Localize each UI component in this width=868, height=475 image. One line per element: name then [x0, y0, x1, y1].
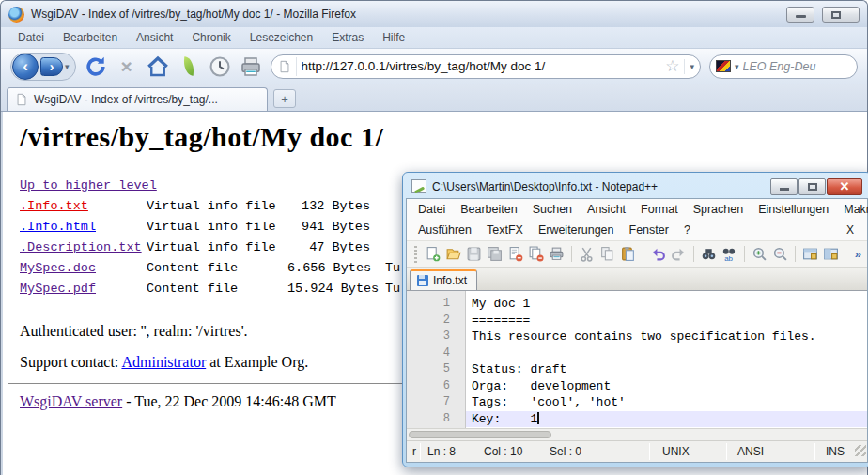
- line-number: 8: [407, 411, 450, 428]
- line-text[interactable]: Tags: 'cool', 'hot': [466, 394, 867, 411]
- administrator-link[interactable]: Administrator: [121, 354, 206, 370]
- menubar-close-button[interactable]: X: [837, 223, 863, 237]
- resize-grip[interactable]: [855, 445, 866, 456]
- minimize-button[interactable]: [786, 7, 814, 23]
- menu-bearbeiten[interactable]: Bearbeiten: [55, 29, 125, 46]
- line-text[interactable]: Orga: development: [466, 378, 867, 395]
- sync-vertical-icon: [802, 246, 818, 262]
- status-separator: [814, 443, 815, 460]
- menu-bearbeiten[interactable]: Bearbeiten: [453, 201, 524, 218]
- menu-datei[interactable]: Datei: [411, 201, 453, 218]
- menu-textfx[interactable]: TextFX: [479, 222, 531, 238]
- wsgidav-server-link[interactable]: WsgiDAV server: [20, 393, 122, 409]
- notepadpp-titlebar[interactable]: C:\Users\Martin\Desktop\Info.txt - Notep…: [406, 175, 868, 198]
- file-link[interactable]: MySpec.doc: [20, 258, 147, 279]
- menu-chronik[interactable]: Chronik: [184, 29, 238, 46]
- file-link[interactable]: .Info.html: [20, 217, 147, 238]
- save-button[interactable]: [465, 245, 483, 263]
- menu-ansicht[interactable]: Ansicht: [580, 201, 633, 218]
- firefox-titlebar[interactable]: WsgiDAV - Index of /virtres/by_tag/hot/M…: [1, 1, 867, 27]
- menu-ansicht[interactable]: Ansicht: [129, 29, 180, 46]
- print-button[interactable]: [240, 55, 262, 78]
- url-input[interactable]: [302, 59, 661, 73]
- menu-makro[interactable]: Makro: [836, 201, 868, 218]
- leo-search-engine-icon[interactable]: [716, 60, 731, 72]
- copy-button[interactable]: [598, 245, 616, 263]
- sync-horizontal-button[interactable]: [822, 245, 840, 263]
- menu-datei[interactable]: Datei: [10, 29, 52, 46]
- status-eol-format: UNIX: [662, 445, 690, 458]
- menu-ausfuehren[interactable]: Ausführen: [411, 222, 479, 238]
- line-number: 3: [407, 329, 450, 345]
- new-file-button[interactable]: [424, 245, 442, 263]
- find-button[interactable]: [700, 245, 718, 263]
- line-text[interactable]: Key: 1: [466, 411, 867, 428]
- menu-format[interactable]: Format: [633, 201, 686, 218]
- menu-help[interactable]: ?: [676, 222, 698, 238]
- close-all-button[interactable]: [527, 245, 545, 263]
- toolbar-overflow-chevron[interactable]: »: [855, 247, 863, 261]
- restore-button[interactable]: [798, 178, 826, 195]
- search-box[interactable]: ▾: [709, 54, 858, 79]
- undo-button[interactable]: [649, 245, 667, 263]
- line-text[interactable]: Status: draft: [466, 361, 867, 378]
- minimize-button[interactable]: [770, 178, 798, 195]
- menu-fenster[interactable]: Fenster: [622, 222, 676, 238]
- url-dropdown-icon[interactable]: ▾: [684, 59, 694, 74]
- file-link[interactable]: .Description.txt: [20, 238, 147, 258]
- zoom-out-button[interactable]: [771, 245, 789, 263]
- replace-icon: ab: [721, 246, 737, 262]
- save-all-button[interactable]: [486, 245, 504, 263]
- back-button[interactable]: ‹: [12, 54, 39, 80]
- search-engine-dropdown-icon[interactable]: ▾: [735, 62, 739, 71]
- close-button[interactable]: ✕: [827, 178, 862, 195]
- notepadpp-window-title: C:\Users\Martin\Desktop\Info.txt - Notep…: [432, 180, 658, 193]
- save-icon: [466, 246, 482, 262]
- scrollbar-thumb[interactable]: [409, 431, 551, 438]
- horizontal-scrollbar[interactable]: [407, 428, 867, 440]
- up-to-higher-level-link[interactable]: Up to higher level: [20, 176, 157, 196]
- menu-einstellungen[interactable]: Einstellungen: [751, 201, 836, 218]
- history-dropdown-icon[interactable]: ▾: [65, 62, 70, 71]
- bookmark-star-icon[interactable]: ☆: [665, 58, 679, 74]
- zoom-in-button[interactable]: [751, 245, 768, 263]
- redo-button[interactable]: [670, 245, 688, 263]
- page-favicon[interactable]: [275, 57, 297, 76]
- paste-button[interactable]: [619, 245, 637, 263]
- home-button[interactable]: [147, 55, 169, 78]
- file-link[interactable]: .Info.txt: [20, 196, 147, 217]
- replace-button[interactable]: ab: [721, 245, 738, 263]
- line-text[interactable]: [466, 345, 867, 362]
- url-bar[interactable]: ☆ ▾: [271, 54, 701, 79]
- line-number: 7: [407, 394, 450, 411]
- close-all-icon: [528, 246, 544, 262]
- zoom-in-icon: [752, 246, 767, 262]
- menu-lesezeichen[interactable]: Lesezeichen: [242, 29, 320, 46]
- editor-area[interactable]: 1My doc 1 2======== 3This resource conta…: [407, 291, 867, 428]
- sync-vertical-button[interactable]: [801, 245, 819, 263]
- new-tab-button[interactable]: +: [273, 89, 296, 108]
- forward-button[interactable]: ›: [40, 57, 63, 76]
- cut-button[interactable]: [578, 245, 596, 263]
- menu-suchen[interactable]: Suchen: [525, 201, 580, 218]
- find-icon: [701, 246, 717, 262]
- file-link[interactable]: MySpec.pdf: [20, 279, 147, 299]
- print-button[interactable]: [548, 245, 566, 263]
- reload-button[interactable]: [85, 55, 107, 78]
- history-clock-button[interactable]: [209, 55, 231, 78]
- menu-extras[interactable]: Extras: [324, 29, 371, 46]
- menu-hilfe[interactable]: Hilfe: [375, 29, 412, 46]
- menu-erweiterungen[interactable]: Erweiterungen: [531, 222, 622, 238]
- close-file-button[interactable]: [506, 245, 524, 263]
- line-text[interactable]: ========: [466, 313, 867, 329]
- extension-leaf-button[interactable]: [178, 55, 200, 78]
- tab-info-txt[interactable]: Info.txt: [410, 269, 477, 290]
- line-text[interactable]: This resource contains two specification…: [466, 329, 867, 345]
- search-input[interactable]: [743, 60, 849, 73]
- menu-sprachen[interactable]: Sprachen: [686, 201, 752, 218]
- maximize-button[interactable]: [822, 7, 860, 23]
- stop-button[interactable]: ×: [116, 55, 138, 78]
- open-file-button[interactable]: [444, 245, 462, 263]
- tab-wsgidav[interactable]: WsgiDAV - Index of /virtres/by_tag/...: [7, 87, 268, 111]
- line-text[interactable]: My doc 1: [466, 296, 867, 313]
